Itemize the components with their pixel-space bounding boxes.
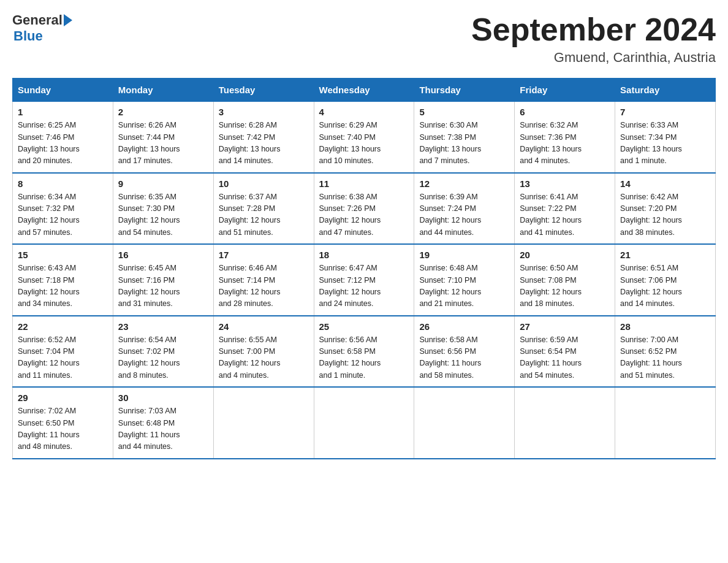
day-info: Sunrise: 6:52 AMSunset: 7:04 PMDaylight:…: [18, 334, 108, 382]
day-cell: 25Sunrise: 6:56 AMSunset: 6:58 PMDayligh…: [314, 316, 414, 388]
weekday-header-monday: Monday: [113, 79, 213, 102]
day-info: Sunrise: 6:41 AMSunset: 7:22 PMDaylight:…: [520, 191, 610, 239]
day-cell: 21Sunrise: 6:51 AMSunset: 7:06 PMDayligh…: [615, 244, 716, 316]
day-info: Sunrise: 7:02 AMSunset: 6:50 PMDaylight:…: [18, 405, 108, 453]
day-info: Sunrise: 6:43 AMSunset: 7:18 PMDaylight:…: [18, 262, 108, 310]
day-number: 28: [620, 321, 710, 332]
day-info: Sunrise: 6:50 AMSunset: 7:08 PMDaylight:…: [520, 262, 610, 310]
day-cell: [615, 387, 716, 459]
day-cell: 1Sunrise: 6:25 AMSunset: 7:46 PMDaylight…: [13, 102, 113, 173]
day-number: 25: [319, 321, 409, 332]
month-title: September 2024: [471, 12, 716, 47]
logo-blue-text: Blue: [13, 28, 72, 44]
day-cell: 14Sunrise: 6:42 AMSunset: 7:20 PMDayligh…: [615, 173, 716, 245]
day-cell: 4Sunrise: 6:29 AMSunset: 7:40 PMDaylight…: [314, 102, 414, 173]
day-info: Sunrise: 6:54 AMSunset: 7:02 PMDaylight:…: [118, 334, 208, 382]
week-row-3: 15Sunrise: 6:43 AMSunset: 7:18 PMDayligh…: [13, 244, 716, 316]
day-number: 24: [219, 321, 309, 332]
day-info: Sunrise: 6:34 AMSunset: 7:32 PMDaylight:…: [18, 191, 108, 239]
day-cell: 2Sunrise: 6:26 AMSunset: 7:44 PMDaylight…: [113, 102, 213, 173]
day-cell: 24Sunrise: 6:55 AMSunset: 7:00 PMDayligh…: [213, 316, 314, 388]
weekday-header-row: SundayMondayTuesdayWednesdayThursdayFrid…: [13, 79, 716, 102]
day-number: 21: [620, 250, 710, 260]
day-number: 26: [419, 321, 509, 332]
day-cell: 8Sunrise: 6:34 AMSunset: 7:32 PMDaylight…: [13, 173, 113, 245]
day-info: Sunrise: 6:25 AMSunset: 7:46 PMDaylight:…: [18, 120, 108, 167]
day-number: 23: [118, 321, 208, 332]
weekday-header-tuesday: Tuesday: [213, 79, 314, 102]
page-header: General Blue September 2024 Gmuend, Cari…: [12, 12, 716, 66]
week-row-5: 29Sunrise: 7:02 AMSunset: 6:50 PMDayligh…: [13, 387, 716, 459]
day-cell: 10Sunrise: 6:37 AMSunset: 7:28 PMDayligh…: [213, 173, 314, 245]
day-number: 11: [319, 178, 409, 189]
day-cell: 7Sunrise: 6:33 AMSunset: 7:34 PMDaylight…: [615, 102, 716, 173]
weekday-header-sunday: Sunday: [13, 79, 113, 102]
day-number: 16: [118, 250, 208, 260]
day-number: 29: [18, 393, 108, 403]
day-number: 10: [219, 178, 309, 189]
day-info: Sunrise: 6:45 AMSunset: 7:16 PMDaylight:…: [118, 262, 208, 310]
day-info: Sunrise: 6:42 AMSunset: 7:20 PMDaylight:…: [620, 191, 710, 239]
day-info: Sunrise: 6:33 AMSunset: 7:34 PMDaylight:…: [620, 120, 710, 167]
day-info: Sunrise: 6:55 AMSunset: 7:00 PMDaylight:…: [219, 334, 309, 382]
day-number: 17: [219, 250, 309, 260]
day-cell: 28Sunrise: 7:00 AMSunset: 6:52 PMDayligh…: [615, 316, 716, 388]
logo-arrow-icon: [64, 14, 72, 26]
day-number: 8: [18, 178, 108, 189]
day-number: 1: [18, 107, 108, 117]
day-cell: 16Sunrise: 6:45 AMSunset: 7:16 PMDayligh…: [113, 244, 213, 316]
logo-general-text: General: [12, 12, 63, 28]
day-number: 22: [18, 321, 108, 332]
day-cell: 3Sunrise: 6:28 AMSunset: 7:42 PMDaylight…: [213, 102, 314, 173]
day-info: Sunrise: 6:58 AMSunset: 6:56 PMDaylight:…: [419, 334, 509, 382]
day-number: 6: [520, 107, 610, 117]
day-info: Sunrise: 7:00 AMSunset: 6:52 PMDaylight:…: [620, 334, 710, 382]
day-number: 13: [520, 178, 610, 189]
day-info: Sunrise: 6:47 AMSunset: 7:12 PMDaylight:…: [319, 262, 409, 310]
day-number: 19: [419, 250, 509, 260]
day-number: 5: [419, 107, 509, 117]
day-cell: 11Sunrise: 6:38 AMSunset: 7:26 PMDayligh…: [314, 173, 414, 245]
day-info: Sunrise: 6:26 AMSunset: 7:44 PMDaylight:…: [118, 120, 208, 167]
week-row-1: 1Sunrise: 6:25 AMSunset: 7:46 PMDaylight…: [13, 102, 716, 173]
day-cell: [515, 387, 615, 459]
day-cell: 15Sunrise: 6:43 AMSunset: 7:18 PMDayligh…: [13, 244, 113, 316]
day-cell: [213, 387, 314, 459]
day-number: 4: [319, 107, 409, 117]
day-number: 9: [118, 178, 208, 189]
day-info: Sunrise: 6:35 AMSunset: 7:30 PMDaylight:…: [118, 191, 208, 239]
day-number: 15: [18, 250, 108, 260]
day-cell: 23Sunrise: 6:54 AMSunset: 7:02 PMDayligh…: [113, 316, 213, 388]
calendar-table: SundayMondayTuesdayWednesdayThursdayFrid…: [12, 78, 716, 459]
weekday-header-wednesday: Wednesday: [314, 79, 414, 102]
day-cell: 5Sunrise: 6:30 AMSunset: 7:38 PMDaylight…: [414, 102, 515, 173]
day-cell: 13Sunrise: 6:41 AMSunset: 7:22 PMDayligh…: [515, 173, 615, 245]
location-subtitle: Gmuend, Carinthia, Austria: [471, 50, 716, 66]
day-number: 30: [118, 393, 208, 403]
day-cell: 9Sunrise: 6:35 AMSunset: 7:30 PMDaylight…: [113, 173, 213, 245]
day-cell: 12Sunrise: 6:39 AMSunset: 7:24 PMDayligh…: [414, 173, 515, 245]
week-row-4: 22Sunrise: 6:52 AMSunset: 7:04 PMDayligh…: [13, 316, 716, 388]
day-cell: 18Sunrise: 6:47 AMSunset: 7:12 PMDayligh…: [314, 244, 414, 316]
title-block: September 2024 Gmuend, Carinthia, Austri…: [471, 12, 716, 66]
day-cell: 17Sunrise: 6:46 AMSunset: 7:14 PMDayligh…: [213, 244, 314, 316]
day-number: 27: [520, 321, 610, 332]
day-info: Sunrise: 6:59 AMSunset: 6:54 PMDaylight:…: [520, 334, 610, 382]
day-cell: 20Sunrise: 6:50 AMSunset: 7:08 PMDayligh…: [515, 244, 615, 316]
day-info: Sunrise: 6:32 AMSunset: 7:36 PMDaylight:…: [520, 120, 610, 167]
day-info: Sunrise: 6:48 AMSunset: 7:10 PMDaylight:…: [419, 262, 509, 310]
day-cell: 26Sunrise: 6:58 AMSunset: 6:56 PMDayligh…: [414, 316, 515, 388]
day-number: 12: [419, 178, 509, 189]
day-info: Sunrise: 6:51 AMSunset: 7:06 PMDaylight:…: [620, 262, 710, 310]
week-row-2: 8Sunrise: 6:34 AMSunset: 7:32 PMDaylight…: [13, 173, 716, 245]
day-info: Sunrise: 6:37 AMSunset: 7:28 PMDaylight:…: [219, 191, 309, 239]
day-cell: 22Sunrise: 6:52 AMSunset: 7:04 PMDayligh…: [13, 316, 113, 388]
day-cell: [414, 387, 515, 459]
day-number: 7: [620, 107, 710, 117]
day-info: Sunrise: 6:30 AMSunset: 7:38 PMDaylight:…: [419, 120, 509, 167]
day-info: Sunrise: 6:56 AMSunset: 6:58 PMDaylight:…: [319, 334, 409, 382]
day-info: Sunrise: 6:38 AMSunset: 7:26 PMDaylight:…: [319, 191, 409, 239]
day-info: Sunrise: 6:29 AMSunset: 7:40 PMDaylight:…: [319, 120, 409, 167]
weekday-header-friday: Friday: [515, 79, 615, 102]
day-number: 20: [520, 250, 610, 260]
